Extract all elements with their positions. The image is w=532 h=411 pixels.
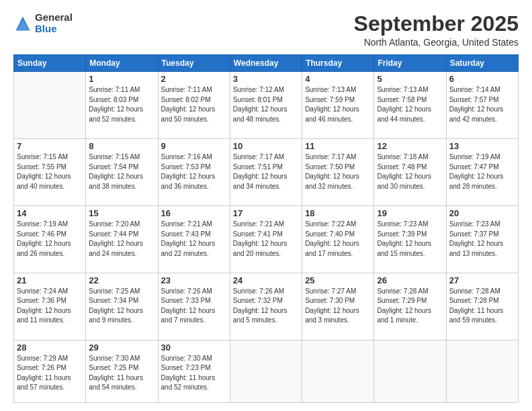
calendar-cell: 10 Sunrise: 7:17 AM Sunset: 7:51 PM Dayl… [230,139,302,206]
calendar-cell: 13 Sunrise: 7:19 AM Sunset: 7:47 PM Dayl… [446,139,518,206]
sunset-text: Sunset: 7:46 PM [17,230,66,238]
daylight-text: Daylight: 11 hours and 59 minutes. [449,307,504,324]
day-info: Sunrise: 7:13 AM Sunset: 7:59 PM Dayligh… [305,85,371,124]
day-number: 6 [449,74,515,84]
sunset-text: Sunset: 7:26 PM [17,364,66,371]
sunrise-text: Sunrise: 7:17 AM [233,153,284,161]
daylight-text: Daylight: 12 hours and 24 minutes. [89,240,143,257]
sunset-text: Sunset: 7:28 PM [449,297,499,304]
day-number: 13 [449,141,515,151]
calendar-cell: 26 Sunrise: 7:28 AM Sunset: 7:29 PM Dayl… [374,273,446,340]
calendar-cell: 22 Sunrise: 7:25 AM Sunset: 7:34 PM Dayl… [86,273,158,340]
day-number: 4 [305,74,371,84]
day-info: Sunrise: 7:15 AM Sunset: 7:54 PM Dayligh… [89,152,154,191]
sunrise-text: Sunrise: 7:12 AM [233,86,284,93]
day-info: Sunrise: 7:16 AM Sunset: 7:53 PM Dayligh… [161,152,227,191]
sunrise-text: Sunrise: 7:28 AM [377,287,428,295]
day-number: 15 [89,208,154,218]
sunset-text: Sunset: 7:37 PM [449,230,499,238]
sunrise-text: Sunrise: 7:23 AM [449,220,500,228]
sunset-text: Sunset: 7:58 PM [377,96,427,103]
calendar-cell: 8 Sunrise: 7:15 AM Sunset: 7:54 PM Dayli… [86,139,158,206]
daylight-text: Daylight: 12 hours and 40 minutes. [17,173,71,190]
col-sunday: Sunday [14,55,86,72]
logo-general-text: General [35,12,73,24]
sunset-text: Sunset: 7:41 PM [233,230,283,238]
day-info: Sunrise: 7:19 AM Sunset: 7:47 PM Dayligh… [449,152,515,191]
day-number: 23 [161,275,227,285]
day-number: 2 [161,74,227,84]
calendar-cell: 16 Sunrise: 7:21 AM Sunset: 7:43 PM Dayl… [158,206,230,273]
day-info: Sunrise: 7:13 AM Sunset: 7:58 PM Dayligh… [377,85,443,124]
sunrise-text: Sunrise: 7:15 AM [17,153,68,161]
day-number: 7 [17,141,83,151]
daylight-text: Daylight: 12 hours and 5 minutes. [233,307,287,324]
day-info: Sunrise: 7:28 AM Sunset: 7:29 PM Dayligh… [377,287,443,326]
location: North Atlanta, Georgia, United States [354,37,519,48]
sunset-text: Sunset: 7:54 PM [89,163,138,171]
daylight-text: Daylight: 12 hours and 3 minutes. [305,307,359,324]
daylight-text: Daylight: 12 hours and 7 minutes. [161,307,216,324]
calendar-cell: 19 Sunrise: 7:23 AM Sunset: 7:39 PM Dayl… [374,206,446,273]
calendar-header-row: Sunday Monday Tuesday Wednesday Thursday… [14,55,519,72]
calendar-cell [374,340,446,402]
col-thursday: Thursday [302,55,374,72]
daylight-text: Daylight: 12 hours and 15 minutes. [377,240,431,257]
month-title: September 2025 [354,12,519,36]
calendar-cell: 9 Sunrise: 7:16 AM Sunset: 7:53 PM Dayli… [158,139,230,206]
daylight-text: Daylight: 12 hours and 36 minutes. [161,173,216,190]
calendar-cell: 15 Sunrise: 7:20 AM Sunset: 7:44 PM Dayl… [86,206,158,273]
day-info: Sunrise: 7:19 AM Sunset: 7:46 PM Dayligh… [17,220,83,259]
sunset-text: Sunset: 7:33 PM [161,297,211,304]
col-tuesday: Tuesday [158,55,230,72]
day-number: 28 [17,342,83,353]
daylight-text: Daylight: 12 hours and 42 minutes. [449,105,504,123]
page: General Blue September 2025 North Atlant… [0,0,532,411]
day-number: 19 [377,208,443,218]
sunrise-text: Sunrise: 7:25 AM [89,287,140,295]
calendar-cell: 18 Sunrise: 7:22 AM Sunset: 7:40 PM Dayl… [302,206,374,273]
sunset-text: Sunset: 7:40 PM [305,230,355,238]
daylight-text: Daylight: 12 hours and 20 minutes. [233,240,287,257]
sunset-text: Sunset: 7:30 PM [305,297,355,304]
sunset-text: Sunset: 8:01 PM [233,96,283,103]
calendar-cell: 27 Sunrise: 7:28 AM Sunset: 7:28 PM Dayl… [446,273,518,340]
day-info: Sunrise: 7:26 AM Sunset: 7:32 PM Dayligh… [233,287,299,326]
day-number: 27 [449,275,515,285]
sunrise-text: Sunrise: 7:30 AM [161,355,212,362]
day-info: Sunrise: 7:29 AM Sunset: 7:26 PM Dayligh… [17,354,83,393]
day-info: Sunrise: 7:11 AM Sunset: 8:03 PM Dayligh… [89,85,154,124]
day-info: Sunrise: 7:21 AM Sunset: 7:41 PM Dayligh… [233,220,299,259]
day-number: 25 [305,275,371,285]
header: General Blue September 2025 North Atlant… [13,12,519,48]
logo-blue-text: Blue [35,24,73,35]
day-number: 5 [377,74,443,84]
calendar-cell: 29 Sunrise: 7:30 AM Sunset: 7:25 PM Dayl… [86,340,158,402]
day-number: 3 [233,74,299,84]
day-number: 1 [89,74,154,84]
day-info: Sunrise: 7:15 AM Sunset: 7:55 PM Dayligh… [17,152,83,191]
daylight-text: Daylight: 12 hours and 30 minutes. [377,173,431,190]
day-info: Sunrise: 7:30 AM Sunset: 7:25 PM Dayligh… [89,354,154,393]
sunrise-text: Sunrise: 7:14 AM [449,86,500,93]
calendar-cell: 17 Sunrise: 7:21 AM Sunset: 7:41 PM Dayl… [230,206,302,273]
day-info: Sunrise: 7:30 AM Sunset: 7:23 PM Dayligh… [161,354,227,393]
sunrise-text: Sunrise: 7:20 AM [89,220,140,228]
daylight-text: Daylight: 12 hours and 26 minutes. [17,240,71,257]
day-info: Sunrise: 7:17 AM Sunset: 7:50 PM Dayligh… [305,152,371,191]
sunset-text: Sunset: 7:53 PM [161,163,211,171]
day-number: 8 [89,141,154,151]
day-info: Sunrise: 7:17 AM Sunset: 7:51 PM Dayligh… [233,152,299,191]
day-number: 30 [161,342,227,353]
calendar-cell: 5 Sunrise: 7:13 AM Sunset: 7:58 PM Dayli… [374,72,446,139]
calendar-cell: 11 Sunrise: 7:17 AM Sunset: 7:50 PM Dayl… [302,139,374,206]
day-number: 12 [377,141,443,151]
calendar-cell: 6 Sunrise: 7:14 AM Sunset: 7:57 PM Dayli… [446,72,518,139]
col-friday: Friday [374,55,446,72]
sunrise-text: Sunrise: 7:13 AM [377,86,428,93]
daylight-text: Daylight: 12 hours and 44 minutes. [377,105,431,123]
daylight-text: Daylight: 11 hours and 52 minutes. [161,374,216,392]
sunset-text: Sunset: 7:25 PM [89,364,138,371]
calendar-cell: 1 Sunrise: 7:11 AM Sunset: 8:03 PM Dayli… [86,72,158,139]
daylight-text: Daylight: 12 hours and 52 minutes. [89,105,143,123]
